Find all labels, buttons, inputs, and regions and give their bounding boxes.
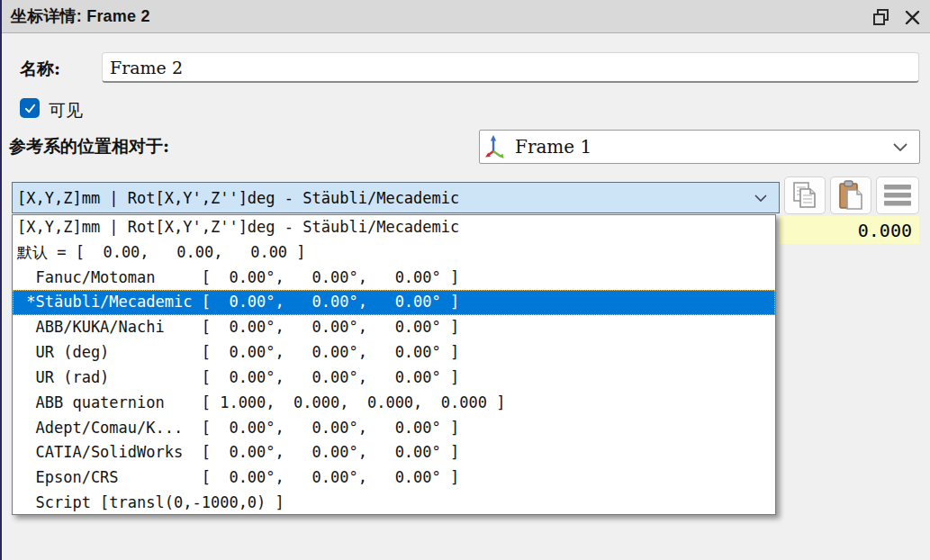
paste-icon — [837, 180, 864, 211]
dropdown-item[interactable]: Script [transl(0,-1000,0) ] — [13, 491, 775, 516]
reference-label: 参考系的位置相对于: — [9, 135, 169, 158]
dropdown-item[interactable]: UR (rad) [ 0.00°, 0.00°, 0.00° ] — [13, 366, 775, 391]
visible-label: 可见 — [49, 99, 83, 122]
dropdown-item[interactable]: Fanuc/Motoman [ 0.00°, 0.00°, 0.00° ] — [13, 266, 775, 291]
visible-checkbox[interactable] — [20, 98, 40, 118]
float-window-icon — [872, 8, 890, 26]
menu-icon — [884, 185, 911, 206]
dropdown-item[interactable]: CATIA/SolidWorks [ 0.00°, 0.00°, 0.00° ] — [13, 440, 775, 465]
paste-button[interactable] — [830, 176, 871, 214]
dropdown-item[interactable]: Adept/Comau/K... [ 0.00°, 0.00°, 0.00° ] — [13, 416, 775, 441]
close-button[interactable] — [899, 5, 925, 30]
dropdown-item[interactable]: ABB quaternion [ 1.000, 0.000, 0.000, 0.… — [13, 391, 775, 416]
name-input[interactable] — [102, 52, 919, 83]
name-label: 名称: — [20, 58, 60, 81]
dropdown-item[interactable]: UR (deg) [ 0.00°, 0.00°, 0.00° ] — [13, 340, 775, 366]
panel-title: 坐标详情: Frame 2 — [2, 5, 150, 27]
dropdown-item[interactable]: [X,Y,Z]mm | Rot[X,Y',Z'']deg - Stäubli/M… — [13, 215, 775, 240]
chevron-down-icon — [754, 194, 768, 203]
reference-combobox[interactable]: Frame 1 — [479, 130, 920, 164]
value-cell[interactable]: 0.000 — [780, 216, 919, 244]
dropdown-item[interactable]: *Stäubli/Mecademic [ 0.00°, 0.00°, 0.00°… — [13, 290, 775, 315]
pose-format-dropdown: [X,Y,Z]mm | Rot[X,Y',Z'']deg - Stäubli/M… — [12, 214, 776, 515]
coordinate-details-panel: 坐标详情: Frame 2 名称: 可见 参考系的位置相对于: Frame 1 — [0, 0, 930, 560]
check-icon — [23, 102, 37, 115]
dropdown-item[interactable]: 默认 = [ 0.00, 0.00, 0.00 ] — [13, 240, 775, 266]
float-window-button[interactable] — [869, 5, 894, 30]
titlebar: 坐标详情: Frame 2 — [2, 0, 930, 33]
frame-axes-icon — [484, 133, 510, 160]
window-left-edge — [0, 0, 2, 560]
pose-format-value: [X,Y,Z]mm | Rot[X,Y',Z'']deg - Stäubli/M… — [13, 189, 459, 207]
close-icon — [905, 10, 920, 25]
pose-format-combobox[interactable]: [X,Y,Z]mm | Rot[X,Y',Z'']deg - Stäubli/M… — [12, 182, 780, 213]
dropdown-item[interactable]: ABB/KUKA/Nachi [ 0.00°, 0.00°, 0.00° ] — [13, 315, 775, 340]
menu-button[interactable] — [876, 176, 919, 214]
reference-value: Frame 1 — [515, 136, 591, 158]
copy-icon — [791, 181, 818, 210]
copy-button[interactable] — [784, 176, 826, 214]
dropdown-item[interactable]: Epson/CRS [ 0.00°, 0.00°, 0.00° ] — [13, 465, 775, 491]
chevron-down-icon — [892, 142, 908, 152]
